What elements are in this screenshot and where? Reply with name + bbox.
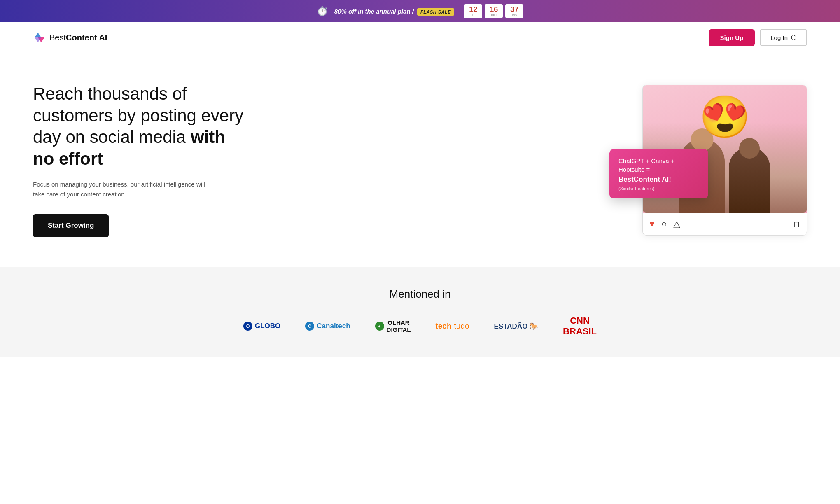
globo-logo[interactable]: O GLOBO [243, 322, 280, 331]
heart-icon[interactable]: ♥ [649, 219, 655, 229]
techtudo-logo[interactable]: techtudo [435, 322, 469, 331]
countdown-seconds: 37 sec [505, 4, 523, 18]
countdown-hours: 12 h [464, 4, 482, 18]
hero-left: Reach thousands of customers by posting … [33, 83, 247, 237]
svg-marker-0 [35, 33, 41, 37]
share-icon[interactable]: △ [673, 219, 680, 229]
mentioned-section: Mentioned in O GLOBO C Canaltech ● OLHAR… [0, 267, 840, 357]
tooltip-bold: BestContent AI! [618, 175, 699, 184]
olhar-logo[interactable]: ● OLHARDIGITAL [375, 319, 411, 333]
cnn-logo[interactable]: CNNBRASIL [563, 315, 597, 337]
hero-right: ChatGPT + Canva + Hootsuite = BestConten… [642, 85, 807, 236]
countdown-timer: 12 h 16 min 37 sec [464, 4, 523, 18]
globo-icon: O [243, 322, 252, 331]
logo[interactable]: BestContent AI [33, 31, 107, 44]
canaltech-logo[interactable]: C Canaltech [305, 322, 350, 331]
hero-section: Reach thousands of customers by posting … [0, 53, 840, 267]
logo-icon [33, 31, 46, 44]
navbar: BestContent AI Sign Up Log In ⬡ [0, 22, 840, 53]
top-banner: ⏱️ 80% off in the annual plan / FLASH SA… [0, 0, 840, 22]
nav-buttons: Sign Up Log In ⬡ [709, 29, 807, 46]
countdown-minutes: 16 min [485, 4, 503, 18]
hero-title: Reach thousands of customers by posting … [33, 83, 247, 170]
start-growing-button[interactable]: Start Growing [33, 214, 109, 237]
olhar-icon: ● [375, 322, 384, 331]
tooltip-card: ChatGPT + Canva + Hootsuite = BestConten… [609, 149, 708, 198]
ig-actions: ♥ ○ △ ⊓ [643, 213, 807, 235]
emoji-icon: 😍 [699, 93, 751, 141]
login-button[interactable]: Log In ⬡ [760, 29, 807, 46]
mentioned-logos: O GLOBO C Canaltech ● OLHARDIGITAL techt… [33, 315, 807, 337]
comment-icon[interactable]: ○ [661, 219, 667, 229]
canaltech-icon: C [305, 322, 314, 331]
banner-text: 80% off in the annual plan / FLASH SALE [334, 8, 454, 15]
tooltip-line1: ChatGPT + Canva + Hootsuite = [618, 156, 699, 174]
signup-button[interactable]: Sign Up [709, 29, 755, 46]
bookmark-icon[interactable]: ⊓ [793, 219, 800, 229]
hero-subtitle: Focus on managing your business, our art… [33, 180, 206, 199]
timer-icon: ⏱️ [317, 6, 328, 16]
flash-sale-badge: FLASH SALE [417, 8, 454, 16]
logo-text: BestContent AI [49, 33, 107, 42]
mentioned-title: Mentioned in [33, 288, 807, 301]
estadao-logo[interactable]: ESTADÃO 🐎 [494, 322, 539, 331]
tooltip-similar: (Similar Features) [618, 186, 699, 191]
login-icon: ⬡ [791, 34, 796, 41]
ig-left-actions: ♥ ○ △ [649, 219, 680, 229]
